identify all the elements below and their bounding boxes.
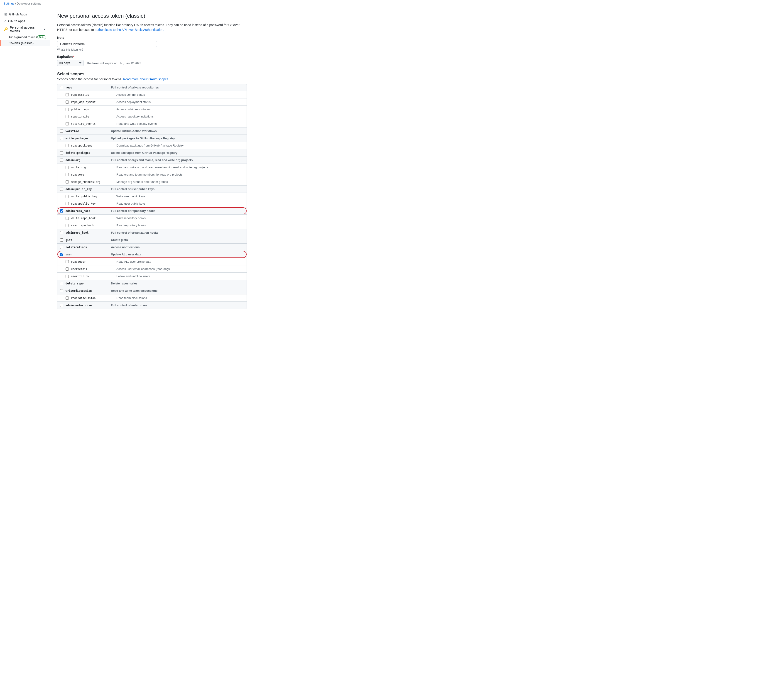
scope-checkbox-security-events[interactable] <box>65 122 69 125</box>
scopes-description: Scopes define the access for personal to… <box>57 77 247 81</box>
scope-desc-notifications: Access notifications <box>111 245 244 249</box>
sidebar-item-github-apps[interactable]: ⊞ GitHub Apps <box>0 11 50 18</box>
sidebar-item-oauth-apps[interactable]: ○ OAuth Apps <box>0 18 50 24</box>
scope-desc-public-repo: Access public repositories <box>117 108 244 111</box>
scope-checkbox-read-discussion[interactable] <box>65 297 69 300</box>
scope-checkbox-user[interactable] <box>60 253 63 256</box>
scope-row-read-org: read:orgRead org and team membership, re… <box>57 171 247 178</box>
scope-desc-security-events: Read and write security events <box>117 122 244 125</box>
scope-name-security-events: security_events <box>71 122 117 125</box>
scope-row-workflow: workflowUpdate GitHub Action workflows <box>57 127 247 135</box>
scope-name-read-org: read:org <box>71 173 117 176</box>
scope-checkbox-admin-org-hook[interactable] <box>60 231 63 234</box>
scope-desc-write-packages: Upload packages to GitHub Package Regist… <box>111 137 244 140</box>
scope-desc-write-org: Read and write org and team membership, … <box>117 166 244 169</box>
scope-checkbox-write-org[interactable] <box>65 166 69 169</box>
sidebar-section-pat[interactable]: 🔑 Personal access tokens ▲ <box>0 24 50 34</box>
scope-desc-repo-deployment: Access deployment status <box>117 100 244 104</box>
scope-desc-user-follow: Follow and unfollow users <box>117 275 244 278</box>
person-icon: ○ <box>4 19 7 23</box>
scope-name-user: user <box>65 253 111 256</box>
scope-name-user-follow: user:follow <box>71 275 117 278</box>
scope-checkbox-delete-packages[interactable] <box>60 151 63 155</box>
scope-row-admin-public-key: admin:public_keyFull control of user pub… <box>57 185 247 193</box>
scope-checkbox-read-packages[interactable] <box>65 144 69 147</box>
scope-checkbox-repo-deployment[interactable] <box>65 100 69 104</box>
oauth-scopes-link[interactable]: Read more about OAuth scopes. <box>123 77 169 81</box>
scope-row-repo-status: repo:statusAccess commit status <box>57 91 247 98</box>
scope-name-read-public-key: read:public_key <box>71 202 117 205</box>
scope-checkbox-write-discussion[interactable] <box>60 289 63 292</box>
scope-checkbox-manage-runners-org[interactable] <box>65 180 69 183</box>
scope-name-workflow: workflow <box>65 130 111 133</box>
scope-row-read-packages: read:packagesDownload packages from GitH… <box>57 142 247 149</box>
scope-checkbox-admin-org[interactable] <box>60 158 63 162</box>
scope-row-admin-enterprise: admin:enterpriseFull control of enterpri… <box>57 302 247 309</box>
scope-checkbox-gist[interactable] <box>60 238 63 242</box>
scope-desc-write-discussion: Read and write team discussions <box>111 289 244 292</box>
scope-row-user: userUpdate ALL user data <box>57 251 247 258</box>
scope-desc-repo-invite: Access repository invitations <box>117 115 244 118</box>
scope-checkbox-admin-public-key[interactable] <box>60 188 63 191</box>
scope-checkbox-write-packages[interactable] <box>60 137 63 140</box>
scope-checkbox-read-org[interactable] <box>65 173 69 176</box>
scope-checkbox-write-repo-hook[interactable] <box>65 217 69 220</box>
sidebar-tokens-classic-label: Tokens (classic) <box>9 41 33 45</box>
scope-checkbox-workflow[interactable] <box>60 130 63 133</box>
scope-checkbox-user-follow[interactable] <box>65 275 69 278</box>
scope-checkbox-admin-enterprise[interactable] <box>60 304 63 307</box>
scope-row-user-email: user:emailAccess user email addresses (r… <box>57 265 247 273</box>
scope-checkbox-read-repo-hook[interactable] <box>65 224 69 227</box>
beta-badge: Beta <box>37 35 46 39</box>
scope-desc-repo: Full control of private repositories <box>111 86 244 89</box>
scope-checkbox-repo[interactable] <box>60 86 63 89</box>
scope-desc-workflow: Update GitHub Action workflows <box>111 129 244 133</box>
scope-name-read-repo-hook: read:repo_hook <box>71 224 117 227</box>
scope-desc-admin-org-hook: Full control of organization hooks <box>111 231 244 234</box>
scope-checkbox-delete-repo[interactable] <box>60 282 63 285</box>
breadcrumb-settings-link[interactable]: Settings <box>3 2 14 5</box>
expiration-select[interactable]: 30 days 7 days 60 days 90 days No expira… <box>57 60 84 66</box>
scope-row-delete-packages: delete:packagesDelete packages from GitH… <box>57 149 247 157</box>
scope-row-repo-invite: repo:inviteAccess repository invitations <box>57 113 247 120</box>
sidebar-item-fine-grained[interactable]: Fine-grained tokens Beta <box>0 34 50 40</box>
scope-name-read-discussion: read:discussion <box>71 297 117 300</box>
scope-name-gist: gist <box>65 238 111 242</box>
scope-row-public-repo: public_repoAccess public repositories <box>57 106 247 113</box>
scope-checkbox-user-email[interactable] <box>65 267 69 271</box>
scope-checkbox-notifications[interactable] <box>60 246 63 249</box>
scope-row-read-user: read:userRead ALL user profile data <box>57 258 247 265</box>
scope-checkbox-read-public-key[interactable] <box>65 202 69 205</box>
main-content: New personal access token (classic) Pers… <box>50 7 254 698</box>
scope-checkbox-repo-status[interactable] <box>65 93 69 97</box>
scope-name-admin-org-hook: admin:org_hook <box>65 231 111 234</box>
scopes-title: Select scopes <box>57 72 247 77</box>
scope-row-write-packages: write:packagesUpload packages to GitHub … <box>57 135 247 142</box>
scope-name-repo-deployment: repo_deployment <box>71 100 117 104</box>
scopes-table: repoFull control of private repositories… <box>57 84 247 309</box>
scope-checkbox-read-user[interactable] <box>65 260 69 263</box>
scope-row-delete-repo: delete_repoDelete repositories <box>57 280 247 287</box>
scope-name-write-packages: write:packages <box>65 137 111 140</box>
scope-row-write-public-key: write:public_keyWrite user public keys <box>57 193 247 200</box>
expiration-section: Expiration* 30 days 7 days 60 days 90 da… <box>57 55 247 66</box>
scope-desc-read-user: Read ALL user profile data <box>117 260 244 263</box>
scope-name-notifications: notifications <box>65 246 111 249</box>
scope-name-manage-runners-org: manage_runners:org <box>71 180 117 183</box>
scope-name-write-public-key: write:public_key <box>71 195 117 198</box>
scope-desc-write-repo-hook: Write repository hooks <box>117 217 244 220</box>
scope-desc-admin-public-key: Full control of user public keys <box>111 187 244 191</box>
scope-checkbox-public-repo[interactable] <box>65 108 69 111</box>
note-input[interactable] <box>57 41 157 47</box>
sidebar-oauth-apps-label: OAuth Apps <box>8 19 25 23</box>
scope-checkbox-repo-invite[interactable] <box>65 115 69 118</box>
scope-checkbox-admin-repo-hook[interactable] <box>60 209 63 213</box>
scope-checkbox-write-public-key[interactable] <box>65 195 69 198</box>
scope-name-repo: repo <box>65 86 111 89</box>
note-hint: What's this token for? <box>57 48 247 51</box>
sidebar-item-tokens-classic[interactable]: Tokens (classic) <box>0 40 50 46</box>
scope-desc-delete-packages: Delete packages from GitHub Package Regi… <box>111 151 244 155</box>
scope-desc-manage-runners-org: Manage org runners and runner groups <box>117 180 244 183</box>
page-title: New personal access token (classic) <box>57 13 247 19</box>
basic-auth-link[interactable]: authenticate to the API over Basic Authe… <box>95 28 164 32</box>
